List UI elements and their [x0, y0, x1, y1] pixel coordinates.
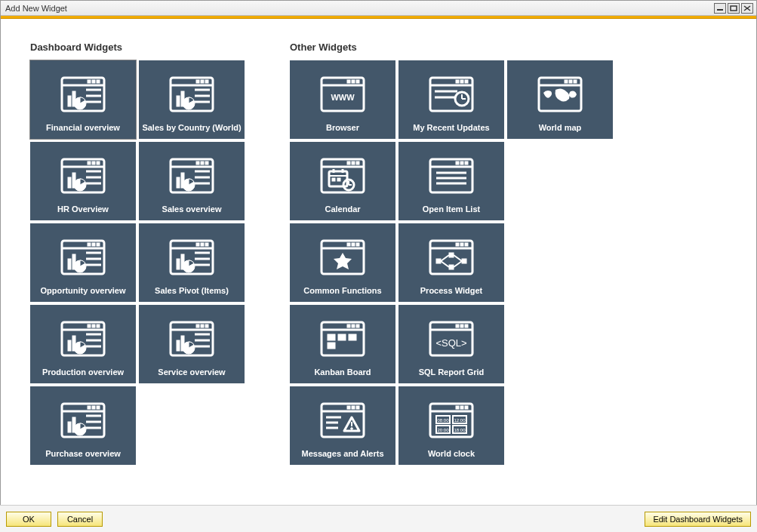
widget-label: Calendar — [325, 204, 360, 216]
widget-financial-overview[interactable]: Financial overview — [30, 60, 136, 139]
widget-hr-overview[interactable]: HR Overview — [30, 142, 136, 220]
world-map-icon — [510, 65, 610, 123]
widget-label: Service overview — [158, 367, 225, 379]
chart-icon — [33, 146, 133, 204]
widget-kanban[interactable]: Kanban Board — [290, 305, 395, 383]
clock-icon — [402, 391, 501, 449]
widget-label: HR Overview — [57, 204, 109, 216]
widget-browser[interactable]: Browser — [290, 60, 395, 139]
star-icon — [293, 228, 392, 286]
widget-production-overview[interactable]: Production overview — [30, 305, 136, 383]
widget-sales-by-country[interactable]: Sales by Country (World) — [139, 60, 245, 139]
recent-icon — [402, 65, 501, 123]
kanban-icon — [293, 309, 392, 367]
widget-label: My Recent Updates — [413, 123, 489, 134]
footer: OK Cancel Edit Dashboard Widgets — [0, 505, 757, 532]
maximize-button[interactable] — [728, 3, 740, 14]
sql-icon — [402, 309, 501, 367]
minimize-button[interactable] — [714, 3, 726, 14]
chart-icon — [33, 65, 133, 123]
alert-icon — [293, 391, 392, 449]
cancel-button[interactable]: Cancel — [57, 512, 103, 527]
widget-label: Process Widget — [420, 286, 482, 297]
chart-icon — [33, 309, 133, 367]
chart-icon — [142, 65, 242, 123]
close-button[interactable] — [741, 3, 753, 14]
other-widgets-section: Other Widgets Browser My Recent Updates … — [290, 42, 613, 465]
widget-common-functions[interactable]: Common Functions — [290, 223, 395, 302]
widget-open-item-list[interactable]: Open Item List — [399, 142, 504, 220]
widget-label: Sales overview — [162, 204, 222, 216]
chart-icon — [142, 228, 242, 286]
widget-messages-alerts[interactable]: Messages and Alerts — [290, 386, 395, 465]
svg-rect-57 — [731, 6, 737, 11]
widget-label: Financial overview — [46, 123, 120, 134]
widget-sales-overview[interactable]: Sales overview — [139, 142, 245, 220]
widget-label: Purchase overview — [45, 449, 121, 460]
widget-opportunity-overview[interactable]: Opportunity overview — [30, 223, 136, 302]
chart-icon — [33, 228, 133, 286]
widget-label: World clock — [428, 449, 475, 460]
other-widgets-title: Other Widgets — [290, 42, 613, 53]
chart-icon — [142, 309, 242, 367]
widget-label: Common Functions — [303, 286, 381, 297]
widget-label: Sales by Country (World) — [142, 123, 241, 134]
widget-process[interactable]: Process Widget — [399, 223, 504, 302]
widget-label: Kanban Board — [314, 367, 371, 379]
widget-service-overview[interactable]: Service overview — [139, 305, 245, 383]
widget-purchase-overview[interactable]: Purchase overview — [30, 386, 136, 465]
widget-sales-pivot[interactable]: Sales Pivot (Items) — [139, 223, 245, 302]
widget-label: Browser — [326, 123, 359, 134]
calendar-icon — [293, 146, 392, 204]
dashboard-widgets-section: Dashboard Widgets Financial overview Sal… — [30, 42, 245, 465]
window-title: Add New Widget — [4, 4, 712, 13]
ok-button[interactable]: OK — [6, 512, 51, 527]
widget-sql-report[interactable]: SQL Report Grid — [399, 305, 504, 383]
widget-calendar[interactable]: Calendar — [290, 142, 395, 220]
dashboard-widgets-title: Dashboard Widgets — [30, 42, 245, 53]
widget-label: Open Item List — [423, 204, 480, 216]
widget-recent-updates[interactable]: My Recent Updates — [399, 60, 504, 139]
widget-label: Production overview — [42, 367, 124, 379]
widget-label: World map — [539, 123, 582, 134]
list-icon — [402, 146, 501, 204]
titlebar: Add New Widget — [1, 1, 756, 16]
chart-icon — [142, 146, 242, 204]
edit-dashboard-widgets-button[interactable]: Edit Dashboard Widgets — [645, 512, 751, 527]
chart-icon — [33, 391, 133, 449]
widget-label: Opportunity overview — [40, 286, 125, 297]
browser-icon — [293, 65, 392, 123]
widget-label: Sales Pivot (Items) — [155, 286, 229, 297]
process-icon — [402, 228, 501, 286]
widget-label: Messages and Alerts — [301, 449, 383, 460]
widget-world-clock[interactable]: World clock — [399, 386, 504, 465]
widget-world-map[interactable]: World map — [507, 60, 613, 139]
widget-label: SQL Report Grid — [419, 367, 485, 379]
